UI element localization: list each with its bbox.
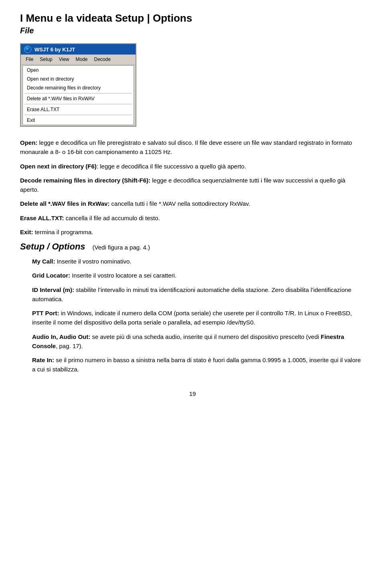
dropdown-separator-2 <box>24 104 132 104</box>
open-next-term: Open next in directory (F6) <box>20 163 97 170</box>
delete-paragraph: Delete all *.WAV files in RxWav: cancell… <box>20 199 365 208</box>
audio-paragraph: Audio In, Audio Out: se avete più di una… <box>32 332 365 351</box>
ptt-port-term: PTT Port: <box>32 310 59 316</box>
page-title: I Menu e la videata Setup | Options <box>20 12 365 24</box>
dropdown-separator-1 <box>24 93 132 93</box>
wsjt-window: WSJT 6 by K1JT File Setup View Mode Deco… <box>20 43 136 127</box>
setup-options-content: My Call: Inserite il vostro nominativo. … <box>20 257 365 374</box>
exit-desc: termina il programma. <box>33 229 93 235</box>
audio-desc2: , pag. 17). <box>56 343 83 349</box>
rate-in-desc: se il primo numero in basso a sinistra n… <box>32 357 361 373</box>
delete-desc: cancella tutti i file *.WAV nella sottod… <box>109 200 250 207</box>
open-term: Open: <box>20 139 37 146</box>
open-paragraph: Open: legge e decodifica un file preregi… <box>20 138 365 157</box>
grid-locator-paragraph: Grid Locator: Inserite il vostro locator… <box>32 271 365 280</box>
dropdown-separator-3 <box>24 115 132 115</box>
ptt-port-desc: in Windows, indicate il numero della COM… <box>32 310 352 326</box>
open-next-desc: : legge e decodifica il file successivo … <box>97 163 246 170</box>
menu-view[interactable]: View <box>56 56 73 63</box>
rate-in-paragraph: Rate In: se il primo numero in basso a s… <box>32 355 365 374</box>
dropdown-open-next[interactable]: Open next in directory <box>23 75 134 83</box>
setup-options-header: Setup / Options (Vedi figura a pag. 4.) <box>20 241 365 252</box>
wsjt-window-title: WSJT 6 by K1JT <box>34 47 75 53</box>
rate-in-term: Rate In: <box>32 357 54 363</box>
wsjt-file-dropdown: Open Open next in directory Decode remai… <box>22 65 134 125</box>
exit-term: Exit: <box>20 229 33 235</box>
my-call-desc: Inserite il vostro nominativo. <box>55 258 132 265</box>
dropdown-exit[interactable]: Exit <box>23 116 134 125</box>
dropdown-decode-remaining[interactable]: Decode remaining files in directory <box>23 83 134 92</box>
id-interval-desc: stabilite l’intervallo in minuti tra ide… <box>32 286 351 302</box>
exit-paragraph: Exit: termina il programma. <box>20 227 365 237</box>
dropdown-delete-wav[interactable]: Delete all *.WAV files in RxWAV <box>23 94 134 103</box>
id-interval-term: ID Interval (m): <box>32 286 74 293</box>
my-call-term: My Call: <box>32 258 55 265</box>
wsjt-globe-icon <box>24 46 31 53</box>
setup-options-note: (Vedi figura a pag. 4.) <box>93 244 150 251</box>
page-number: 19 <box>20 390 365 397</box>
dropdown-erase[interactable]: Erase ALL.TXT <box>23 105 134 114</box>
erase-term: Erase ALL.TXT: <box>20 215 64 221</box>
setup-options-title: Setup / Options <box>20 241 85 252</box>
erase-paragraph: Erase ALL.TXT: cancella il file ad accum… <box>20 213 365 223</box>
delete-term: Delete all *.WAV files in RxWav: <box>20 200 109 207</box>
menu-setup[interactable]: Setup <box>36 56 55 63</box>
open-desc: legge e decodifica un file preregistrato… <box>20 139 352 155</box>
erase-desc: cancella il file ad accumulo di testo. <box>64 215 160 221</box>
wsjt-menubar: File Setup View Mode Decode <box>21 55 136 65</box>
audio-term: Audio In, Audio Out: <box>32 333 90 340</box>
wsjt-titlebar: WSJT 6 by K1JT <box>21 44 136 55</box>
audio-desc: se avete più di una scheda audio, inseri… <box>90 333 321 340</box>
ptt-port-paragraph: PTT Port: in Windows, indicate il numero… <box>32 308 365 327</box>
grid-locator-term: Grid Locator: <box>32 272 70 279</box>
id-interval-paragraph: ID Interval (m): stabilite l’intervallo … <box>32 285 365 304</box>
my-call-paragraph: My Call: Inserite il vostro nominativo. <box>32 257 365 266</box>
open-next-paragraph: Open next in directory (F6): legge e dec… <box>20 162 365 171</box>
decode-paragraph: Decode remaining files in directory (Shi… <box>20 176 365 195</box>
decode-term: Decode remaining files in directory (Shi… <box>20 177 150 184</box>
content-section: Open: legge e decodifica un file preregi… <box>20 138 365 237</box>
menu-file[interactable]: File <box>22 56 36 63</box>
dropdown-open[interactable]: Open <box>23 66 134 75</box>
grid-locator-desc: Inserite il vostro locatore a sei caratt… <box>70 272 176 279</box>
menu-mode[interactable]: Mode <box>73 56 91 63</box>
file-subtitle: File <box>20 26 365 35</box>
menu-decode[interactable]: Decode <box>91 56 114 63</box>
